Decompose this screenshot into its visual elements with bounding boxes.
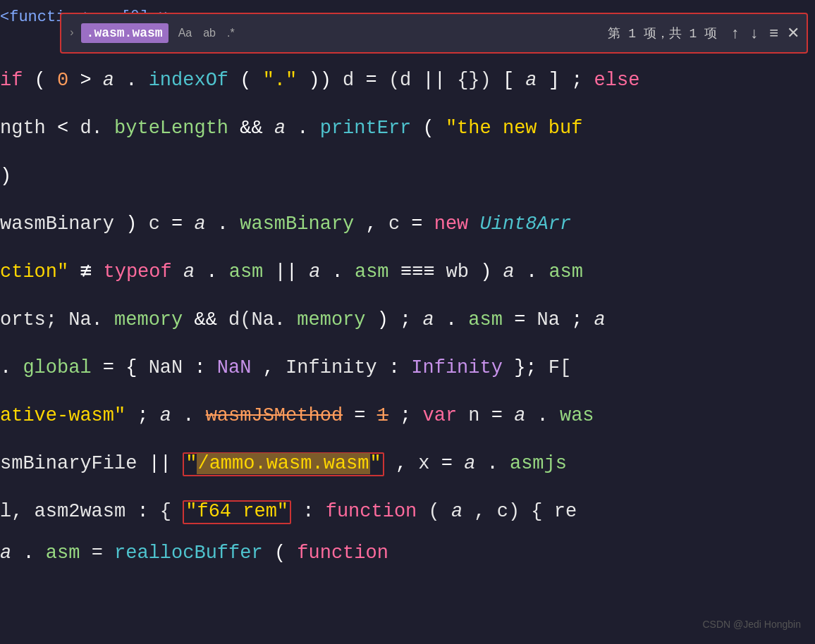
code-line-8: ative-wasm" ; a . wasmJSMethod = 1 ; var…	[0, 392, 815, 440]
code-line-4: wasmBinary ) c = a . wasmBinary , c = ne…	[0, 200, 815, 248]
whole-word-button[interactable]: ab	[200, 25, 219, 41]
code-area: <function> › [θ] ∨ if ( 0 > a . indexOf …	[0, 0, 815, 644]
search-input-value[interactable]: .wasm.wasm	[87, 26, 163, 40]
search-options: Aa ab .*	[176, 25, 238, 41]
search-bar: › .wasm.wasm Aa ab .* 第 1 项，共 1 项 ↑ ↓ ≡ …	[60, 13, 808, 54]
code-line-9: smBinaryFile || "/ammo.wasm.wasm" , x = …	[0, 440, 815, 488]
code-editor: › .wasm.wasm Aa ab .* 第 1 项，共 1 项 ↑ ↓ ≡ …	[0, 0, 815, 644]
code-line-11: a . asm = reallocBuffer ( function	[0, 535, 815, 571]
search-input-wrapper: .wasm.wasm	[81, 23, 168, 43]
search-nav-buttons: ↑ ↓	[731, 24, 758, 42]
code-line-6: orts; Na. memory && d(Na. memory ) ; a .…	[0, 296, 815, 344]
search-result-info: 第 1 项，共 1 项	[608, 25, 717, 42]
case-sensitive-button[interactable]: Aa	[176, 25, 195, 41]
code-line-5: ction" ≢ typeof a . asm || a . asm ≡≡≡ w…	[0, 248, 815, 296]
search-menu-button[interactable]: ≡	[769, 24, 778, 42]
close-search-button[interactable]: ✕	[787, 24, 799, 42]
code-line-1: if ( 0 > a . indexOf ( "." )) d = (d || …	[0, 56, 815, 104]
prev-result-button[interactable]: ↑	[731, 24, 739, 42]
regex-button[interactable]: .*	[224, 25, 238, 41]
code-line-7: . global = { NaN : NaN , Infinity : Infi…	[0, 344, 815, 392]
code-line-10: l, asm2wasm : { "f64 rem" : function ( a…	[0, 488, 815, 535]
watermark: CSDN @Jedi Hongbin	[703, 619, 802, 630]
next-result-button[interactable]: ↓	[750, 24, 758, 42]
search-expand-icon[interactable]: ›	[68, 27, 75, 39]
code-line-3: )	[0, 152, 815, 200]
code-line-2: ngth < d. byteLength && a . printErr ( "…	[0, 104, 815, 152]
